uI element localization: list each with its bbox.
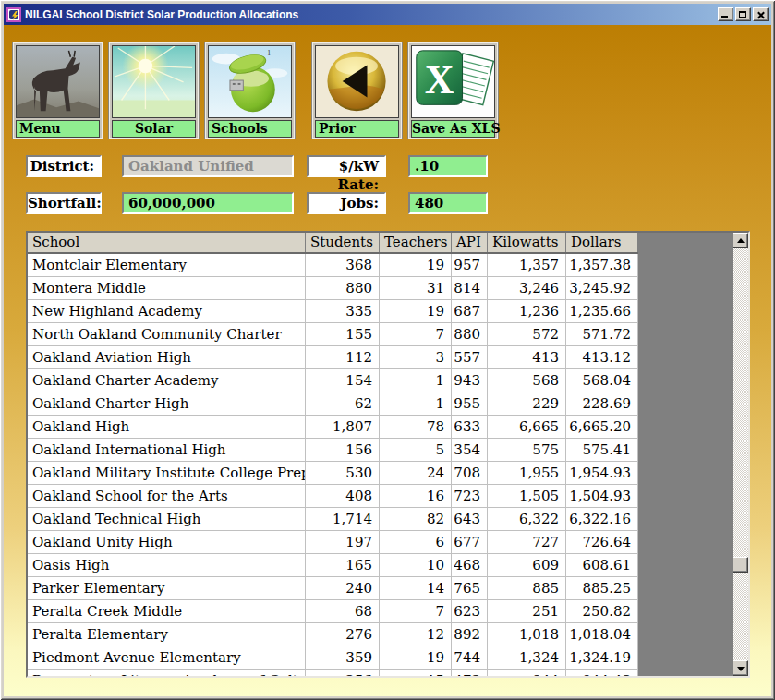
- cell-dollars: 6,665.20: [566, 416, 638, 439]
- cell-dollars: 1,954.93: [566, 462, 638, 485]
- title-bar[interactable]: NILGAI School District Solar Production …: [4, 4, 771, 25]
- table-row[interactable]: Oakland International High1565354575575.…: [28, 439, 638, 462]
- shortfall-label: Shortfall:: [26, 192, 102, 214]
- minimize-button[interactable]: [718, 7, 733, 21]
- scroll-down-button[interactable]: [733, 660, 748, 676]
- up-arrow-icon: [737, 238, 745, 243]
- schools-table: School Students Teachers API Kilowatts D…: [26, 231, 750, 678]
- table-row[interactable]: Oakland Unity High1976677727726.64: [28, 531, 638, 554]
- table-row[interactable]: Montera Middle880318143,2463,245.92: [28, 277, 638, 300]
- cell-students: 1,807: [306, 416, 380, 439]
- cell-dollars: 250.82: [566, 600, 638, 623]
- table-row[interactable]: Peralta Elementary276128921,0181,018.04: [28, 623, 638, 646]
- save-as-xls-button-label: Save As XLS: [411, 120, 495, 138]
- table-row[interactable]: Parker Elementary24014765885885.25: [28, 577, 638, 600]
- cell-teachers: 15: [380, 670, 452, 676]
- table-row[interactable]: Oakland Charter High621955229228.69: [28, 392, 638, 416]
- cell-teachers: 10: [380, 554, 452, 577]
- header-api: API: [452, 233, 488, 252]
- cell-students: 880: [306, 277, 380, 300]
- jobs-input[interactable]: 480: [408, 192, 488, 214]
- cell-api: 623: [452, 600, 488, 623]
- table-row[interactable]: Oakland Aviation High1123557413413.12: [28, 346, 638, 369]
- district-input[interactable]: Oakland Unified: [122, 155, 294, 177]
- cell-kilowatts: 413: [488, 346, 566, 369]
- table-row[interactable]: Oakland Military Institute College Prep5…: [28, 462, 638, 485]
- cell-students: 335: [306, 300, 380, 323]
- cell-api: 354: [452, 439, 488, 462]
- table-row[interactable]: Oakland School for the Arts408167231,505…: [28, 485, 638, 508]
- table-row[interactable]: Oakland Technical High1,714826436,3226,3…: [28, 508, 638, 531]
- cell-api: 468: [452, 554, 488, 577]
- rate-input[interactable]: .10: [408, 155, 488, 177]
- cell-api: 765: [452, 577, 488, 600]
- table-row[interactable]: Oakland High1,807786336,6656,665.20: [28, 416, 638, 439]
- solar-button-label: Solar: [112, 120, 196, 138]
- header-dollars: Dollars: [566, 233, 638, 252]
- cell-kilowatts: 1,018: [488, 623, 566, 646]
- table-row[interactable]: New Highland Academy335196871,2361,235.6…: [28, 300, 638, 323]
- cell-teachers: 7: [380, 600, 452, 623]
- cell-kilowatts: 572: [488, 323, 566, 346]
- cell-school: Oakland International High: [28, 439, 306, 462]
- cell-teachers: 5: [380, 439, 452, 462]
- cell-dollars: 571.72: [566, 323, 638, 346]
- green-apple-icon: 1: [208, 45, 292, 118]
- cell-api: 744: [452, 646, 488, 670]
- scrollbar-track[interactable]: [733, 248, 748, 660]
- cell-kilowatts: 885: [488, 577, 566, 600]
- cell-school: Peralta Creek Middle: [28, 600, 306, 623]
- cell-dollars: 3,245.92: [566, 277, 638, 300]
- svg-text:X: X: [425, 55, 454, 102]
- table-row[interactable]: Peralta Creek Middle687623251250.82: [28, 600, 638, 623]
- table-row[interactable]: North Oakland Community Charter155788057…: [28, 323, 638, 346]
- cell-kilowatts: 1,505: [488, 485, 566, 508]
- cell-dollars: 885.25: [566, 577, 638, 600]
- table-row[interactable]: Oakland Charter Academy1541943568568.04: [28, 369, 638, 392]
- cell-students: 359: [306, 646, 380, 670]
- maximize-button[interactable]: [735, 7, 751, 21]
- down-arrow-icon: [737, 667, 745, 671]
- prior-button[interactable]: Prior: [312, 42, 402, 139]
- solar-button[interactable]: Solar: [109, 42, 199, 139]
- cell-students: 165: [306, 554, 380, 577]
- cell-school: Oakland Military Institute College Prep: [28, 462, 306, 485]
- close-button[interactable]: [753, 7, 769, 21]
- cell-students: 256: [306, 670, 380, 676]
- menu-button[interactable]: Menu: [13, 42, 103, 139]
- back-arrow-orb-icon: [315, 45, 399, 118]
- cell-teachers: 19: [380, 300, 452, 323]
- save-as-xls-button[interactable]: X Save As XLS: [408, 42, 498, 139]
- cell-api: 880: [452, 323, 488, 346]
- table-row[interactable]: Montclair Elementary368199571,3571,357.3…: [28, 254, 638, 277]
- scroll-up-button[interactable]: [733, 233, 748, 248]
- cell-dollars: 575.41: [566, 439, 638, 462]
- cell-kilowatts: 1,357: [488, 254, 566, 277]
- scrollbar-thumb[interactable]: [733, 557, 748, 573]
- cell-kilowatts: 575: [488, 439, 566, 462]
- cell-api: 633: [452, 416, 488, 439]
- cell-school: Oakland Aviation High: [28, 346, 306, 369]
- cell-students: 62: [306, 392, 380, 416]
- shortfall-input[interactable]: 60,000,000: [122, 192, 294, 214]
- cell-school: Oakland Technical High: [28, 508, 306, 531]
- cell-kilowatts: 944: [488, 670, 566, 676]
- cell-kilowatts: 568: [488, 369, 566, 392]
- cell-teachers: 1: [380, 392, 452, 416]
- cell-api: 723: [452, 485, 488, 508]
- cell-school: Oasis High: [28, 554, 306, 577]
- main-content: Menu: [4, 25, 771, 696]
- table-row[interactable]: Oasis High16510468609608.61: [28, 554, 638, 577]
- table-header: School Students Teachers API Kilowatts D…: [28, 233, 638, 254]
- header-kilowatts: Kilowatts: [488, 233, 566, 252]
- cell-api: 943: [452, 369, 488, 392]
- table-row-partial[interactable]: Preparatory Literary Academy of Cultural…: [28, 670, 638, 676]
- cell-students: 530: [306, 462, 380, 485]
- schools-button[interactable]: 1 Schools: [205, 42, 295, 139]
- table-row[interactable]: Piedmont Avenue Elementary359197441,3241…: [28, 646, 638, 670]
- jobs-label: Jobs:: [307, 192, 386, 214]
- cell-teachers: 7: [380, 323, 452, 346]
- cell-kilowatts: 609: [488, 554, 566, 577]
- cell-school: Oakland School for the Arts: [28, 485, 306, 508]
- vertical-scrollbar[interactable]: [733, 233, 748, 676]
